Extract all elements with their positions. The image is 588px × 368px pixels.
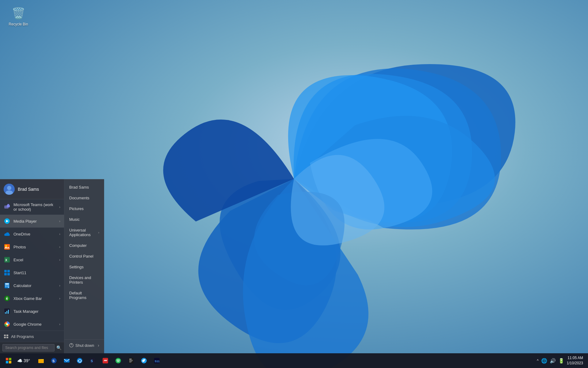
svg-rect-30 [8,310,9,314]
teams-label: Microsoft Teams (work or school) [13,202,56,212]
right-item-devices-printers[interactable]: Devices and Printers [64,272,104,288]
onedrive-label: OneDrive [13,232,56,236]
right-item-universal-apps[interactable]: Universal Applications › [64,225,104,240]
svg-rect-15 [4,273,7,275]
menu-item-start11[interactable]: Start11 [0,266,64,279]
start-menu: Brad Sams Microsoft Teams (work or schoo… [0,179,104,353]
right-item-control-panel[interactable]: Control Panel [64,251,104,262]
svg-rect-23 [7,286,8,287]
taskbar-twitter[interactable] [138,355,150,367]
start-button[interactable] [2,355,15,367]
menu-item-onedrive[interactable]: OneDrive › [0,228,64,240]
windows-icon [6,358,11,363]
weather-temp: 39° [24,358,30,363]
right-item-pictures[interactable]: Pictures [64,203,104,214]
svg-rect-19 [5,285,6,286]
lastpass-icon [102,357,109,364]
spotify-icon [115,357,122,364]
taskbar-stardock-person[interactable]: S Stardock – Person... [86,355,99,367]
calculator-label: Calculator [13,283,56,288]
svg-rect-40 [6,358,8,360]
network-icon[interactable]: 🌐 [541,358,547,364]
svg-text:X: X [6,297,8,300]
xboxgamebar-chevron: › [59,297,60,300]
user-header[interactable]: Brad Sams [0,179,64,199]
right-item-devices-printers-label: Devices and Printers [69,275,99,285]
clock[interactable]: 11:05 AM 1/10/2023 [567,355,586,366]
svg-rect-22 [5,286,6,287]
taskmanager-label: Task Manager [13,309,60,314]
start-menu-right-panel: Brad Sams Documents Pictures Music Unive… [64,179,104,353]
sound-icon[interactable]: 🔊 [550,358,556,364]
taskbar-notion[interactable] [125,355,137,367]
right-item-computer[interactable]: Computer [64,240,104,251]
all-programs-icon [4,334,9,339]
taskbar-stardock-start11[interactable]: S11 Stardock Start11 ... [151,355,163,367]
svg-rect-34 [4,335,6,336]
recycle-bin[interactable]: 🗑️ Recycle Bin [6,6,31,26]
all-programs[interactable]: All Programs [0,331,64,342]
menu-item-mediaplayer[interactable]: Media Player › [0,215,64,228]
search-input[interactable] [2,344,55,351]
menu-item-taskmanager[interactable]: Task Manager [0,305,64,318]
menu-item-googlechrome[interactable]: Google Chrome › [0,318,64,331]
weather-widget[interactable]: ☁️ 39° [15,358,32,363]
teams-chevron: › [59,205,60,209]
start-menu-left-panel: Brad Sams Microsoft Teams (work or schoo… [0,179,64,353]
svg-text:S11: S11 [155,360,160,363]
svg-rect-29 [6,311,7,314]
taskbar-app-unknown1[interactable]: S [48,355,60,367]
calculator-chevron: › [59,284,60,287]
taskbar-edge[interactable] [74,355,86,367]
right-item-brad-sams[interactable]: Brad Sams [64,182,104,193]
taskbar: ☁️ 39° S [0,353,588,368]
svg-rect-16 [7,273,10,275]
taskbar-mail[interactable] [61,355,73,367]
menu-item-excel[interactable]: X Excel › [0,253,64,266]
search-icon[interactable]: 🔍 [56,345,62,350]
svg-text:S: S [52,359,55,363]
excel-label: Excel [13,258,56,262]
menu-item-photos[interactable]: Photos › [0,240,64,253]
user-name: Brad Sams [18,187,39,192]
svg-rect-18 [5,283,9,285]
taskbar-file-explorer[interactable] [35,355,47,367]
avatar [4,184,15,195]
right-item-settings[interactable]: Settings [64,262,104,272]
menu-item-calculator[interactable]: Calculator › [0,279,64,292]
menu-item-teams[interactable]: Microsoft Teams (work or school) › [0,199,64,215]
battery-icon[interactable]: 🔋 [558,358,564,364]
taskmanager-icon [4,308,10,315]
tray-show-hidden[interactable]: ^ [537,358,539,363]
right-item-music-label: Music [69,217,80,222]
shutdown-arrow: › [98,343,99,348]
teams-icon [4,204,10,210]
recycle-bin-label: Recycle Bin [6,22,31,26]
svg-rect-14 [7,270,10,272]
svg-text:X: X [5,259,7,262]
svg-rect-9 [4,244,10,250]
taskbar-spotify[interactable] [112,355,124,367]
right-item-brad-sams-label: Brad Sams [69,185,89,190]
start11-label: Start11 [13,270,60,275]
clock-time: 11:05 AM [567,355,583,361]
svg-rect-53 [129,358,134,363]
svg-point-10 [5,245,7,247]
weather-icon: ☁️ [17,358,22,363]
photos-chevron: › [59,245,60,249]
svg-rect-35 [6,335,8,336]
right-item-music[interactable]: Music [64,214,104,225]
universal-apps-chevron: › [98,231,99,234]
shutdown-button[interactable]: Shut down › [64,339,104,351]
stardock-start11-icon: S11 [153,357,160,364]
svg-rect-21 [8,285,9,286]
menu-item-xboxgamebar[interactable]: X Xbox Game Bar › [0,292,64,305]
mail-icon [63,357,70,364]
right-item-documents[interactable]: Documents [64,193,104,203]
right-item-default-programs[interactable]: Default Programs [64,288,104,303]
svg-rect-43 [9,361,11,363]
svg-rect-41 [9,358,11,360]
taskbar-lastpass[interactable] [99,355,111,367]
svg-rect-54 [129,359,132,359]
mediaplayer-icon [4,218,10,224]
